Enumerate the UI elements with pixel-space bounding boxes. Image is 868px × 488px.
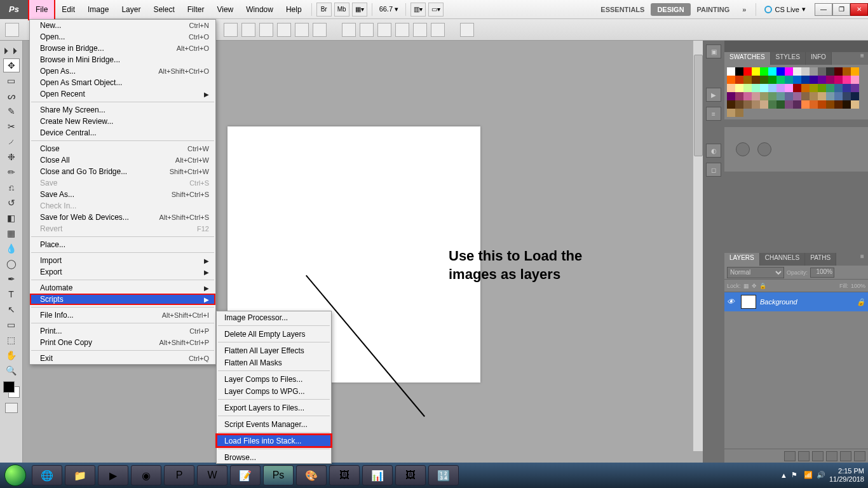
- file-exit[interactable]: ExitCtrl+Q: [30, 353, 215, 364]
- start-button[interactable]: [0, 463, 31, 488]
- foreground-color-swatch[interactable]: [3, 381, 15, 393]
- align-top-icon[interactable]: [277, 23, 291, 37]
- swatch-color[interactable]: [727, 92, 735, 100]
- workspace-design[interactable]: DESIGN: [651, 3, 690, 16]
- swatch-color[interactable]: [851, 100, 859, 109]
- screen-mode-icon[interactable]: ▭▾: [428, 3, 444, 17]
- scripts-flatten-masks[interactable]: Flatten All Masks: [217, 356, 331, 369]
- swatch-color[interactable]: [776, 76, 785, 84]
- vertical-scrollbar[interactable]: [693, 41, 703, 451]
- swatch-color[interactable]: [743, 67, 752, 76]
- file-open-smart[interactable]: Open As Smart Object...: [30, 77, 215, 88]
- file-open-as[interactable]: Open As...Alt+Shift+Ctrl+O: [30, 65, 215, 77]
- swatch-color[interactable]: [826, 67, 834, 76]
- swatch-color[interactable]: [834, 67, 843, 76]
- swatch-color[interactable]: [843, 84, 851, 92]
- swatch-color[interactable]: [785, 84, 793, 92]
- menu-layer[interactable]: Layer: [115, 0, 147, 19]
- color-swatches[interactable]: [3, 381, 20, 398]
- swatch-color[interactable]: [768, 100, 776, 109]
- swatch-color[interactable]: [752, 67, 760, 76]
- window-minimize-button[interactable]: —: [815, 3, 832, 16]
- scripts-comps-files[interactable]: Layer Comps to Files...: [217, 373, 331, 385]
- hand-tool[interactable]: ✋: [3, 348, 20, 362]
- scripts-load-files-stack[interactable]: Load Files into Stack...: [217, 435, 331, 447]
- tray-flag-icon[interactable]: ⚑: [791, 471, 800, 480]
- task-calc[interactable]: 🔢: [428, 465, 459, 485]
- pen-tool[interactable]: ✒: [3, 272, 20, 286]
- distribute-1-icon[interactable]: [342, 23, 356, 37]
- scripts-flatten-effects[interactable]: Flatten All Layer Effects: [217, 344, 331, 356]
- swatch-color[interactable]: [735, 92, 743, 100]
- swatch-color[interactable]: [818, 76, 826, 84]
- swatch-color[interactable]: [818, 84, 826, 92]
- distribute-4-icon[interactable]: [395, 23, 409, 37]
- swatch-color[interactable]: [768, 67, 776, 76]
- visibility-icon[interactable]: 👁: [727, 297, 737, 306]
- task-ie[interactable]: 🌐: [32, 465, 62, 485]
- mini-icon-3[interactable]: ≡: [706, 107, 721, 121]
- tool-preset-icon[interactable]: [5, 23, 19, 37]
- task-paint[interactable]: 🎨: [296, 465, 327, 485]
- quick-select-tool[interactable]: ✎: [3, 104, 20, 118]
- swatch-color[interactable]: [776, 100, 785, 109]
- swatch-color[interactable]: [743, 84, 752, 92]
- task-notepad[interactable]: 📝: [230, 465, 261, 485]
- swatch-color[interactable]: [843, 67, 851, 76]
- task-chrome[interactable]: ◉: [131, 465, 161, 485]
- swatch-color[interactable]: [727, 100, 735, 109]
- tray-network-icon[interactable]: 📶: [804, 471, 813, 480]
- tab-swatches[interactable]: SWATCHES: [724, 52, 771, 65]
- task-powerpoint[interactable]: P: [164, 465, 194, 485]
- swatch-color[interactable]: [743, 100, 752, 109]
- swatch-color[interactable]: [834, 84, 843, 92]
- swatch-color[interactable]: [776, 92, 785, 100]
- bridge-icon[interactable]: Br: [316, 3, 332, 17]
- swatch-color[interactable]: [768, 76, 776, 84]
- view-extras-icon[interactable]: ▦▾: [352, 3, 367, 17]
- lock-position-icon[interactable]: ✥: [752, 283, 757, 289]
- tray-volume-icon[interactable]: 🔊: [817, 471, 825, 480]
- align-center-v-icon[interactable]: [295, 23, 309, 37]
- swatches-menu-icon[interactable]: ≡: [857, 52, 868, 65]
- layer-style-icon[interactable]: [798, 451, 810, 461]
- scripts-image-processor[interactable]: Image Processor...: [217, 311, 331, 323]
- shape-tool[interactable]: ▭: [3, 318, 20, 332]
- swatch-color[interactable]: [843, 76, 851, 84]
- swatch-color[interactable]: [785, 67, 793, 76]
- file-new[interactable]: New...Ctrl+N: [30, 20, 215, 31]
- file-save-as[interactable]: Save As...Shift+Ctrl+S: [30, 189, 215, 200]
- swatch-color[interactable]: [843, 92, 851, 100]
- menu-view[interactable]: View: [210, 0, 240, 19]
- file-export[interactable]: Export▶: [30, 266, 215, 278]
- swatch-color[interactable]: [760, 84, 768, 92]
- task-explorer[interactable]: 📁: [65, 465, 95, 485]
- history-brush-tool[interactable]: ↺: [3, 196, 20, 210]
- scripts-delete-empty[interactable]: Delete All Empty Layers: [217, 328, 331, 340]
- swatch-color[interactable]: [851, 92, 859, 100]
- file-close-bridge[interactable]: Close and Go To Bridge...Shift+Ctrl+W: [30, 166, 215, 177]
- swatch-color[interactable]: [793, 76, 801, 84]
- arrange-docs-icon[interactable]: ▥▾: [410, 3, 426, 17]
- zoom-tool[interactable]: 🔍: [3, 363, 20, 377]
- swatch-color[interactable]: [826, 100, 834, 109]
- workspace-essentials[interactable]: ESSENTIALS: [594, 3, 651, 16]
- swatch-color[interactable]: [826, 92, 834, 100]
- swatch-color[interactable]: [810, 84, 818, 92]
- swatch-color[interactable]: [826, 76, 834, 84]
- file-save-web[interactable]: Save for Web & Devices...Alt+Shift+Ctrl+…: [30, 212, 215, 223]
- lock-pixels-icon[interactable]: ▦: [743, 283, 749, 289]
- swatch-color[interactable]: [801, 92, 810, 100]
- file-place[interactable]: Place...: [30, 239, 215, 250]
- scripts-events-manager[interactable]: Script Events Manager...: [217, 418, 331, 430]
- swatch-color[interactable]: [851, 76, 859, 84]
- swatch-color[interactable]: [727, 109, 735, 117]
- menu-file[interactable]: File: [28, 0, 55, 20]
- file-import[interactable]: Import▶: [30, 255, 215, 266]
- swatch-color[interactable]: [768, 92, 776, 100]
- crop-tool[interactable]: ✂: [3, 119, 20, 133]
- swatch-color[interactable]: [743, 92, 752, 100]
- swatch-color[interactable]: [810, 100, 818, 109]
- distribute-2-icon[interactable]: [360, 23, 374, 37]
- file-print[interactable]: Print...Ctrl+P: [30, 325, 215, 337]
